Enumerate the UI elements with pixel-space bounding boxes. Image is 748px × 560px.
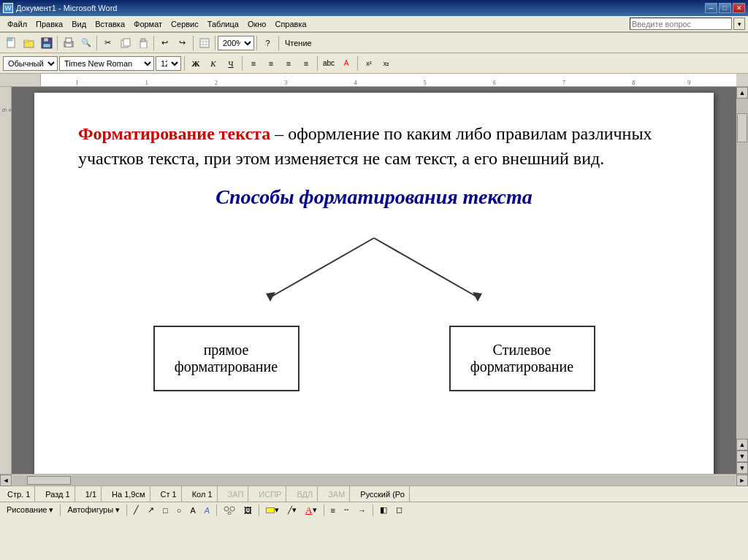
bold-button[interactable]: Ж xyxy=(188,56,204,71)
scroll-page-up-button[interactable]: ▲ xyxy=(736,439,748,450)
svg-point-24 xyxy=(230,507,234,511)
status-pos: На 1,9см xyxy=(107,486,150,502)
redo-button[interactable]: ↪ xyxy=(174,35,191,51)
document-area[interactable]: Форматирование текста – оформление по ка… xyxy=(12,87,736,474)
underline-button[interactable]: Ч xyxy=(223,56,239,71)
diagram: прямое форматирование Стилевое форматиро… xyxy=(78,326,670,391)
arrow-style-button[interactable]: → xyxy=(354,504,370,517)
new-button[interactable] xyxy=(3,35,20,51)
align-right-button[interactable]: ≡ xyxy=(280,56,297,71)
menu-view[interactable]: Вид xyxy=(67,18,91,30)
menu-edit[interactable]: Правка xyxy=(31,18,67,30)
toolbar-separator-1 xyxy=(57,36,58,50)
scroll-right-button[interactable]: ► xyxy=(736,475,748,486)
bold-red-text: Форматирование текста xyxy=(78,124,270,143)
scroll-left-button[interactable]: ◄ xyxy=(0,475,12,486)
line-style-button[interactable]: ≡ xyxy=(327,504,339,517)
hscroll-track[interactable] xyxy=(12,475,736,486)
statusbar: Стр. 1 Разд 1 1/1 На 1,9см Ст 1 Кол 1 ЗА… xyxy=(0,486,748,502)
status-isp: ИСПР xyxy=(254,486,286,502)
draw-sep-1 xyxy=(60,505,61,516)
font-select[interactable]: Times New Roman Arial xyxy=(59,56,154,71)
table-insert-button[interactable] xyxy=(196,35,213,51)
preview-button[interactable]: 🔍 xyxy=(77,35,94,51)
align-center-button[interactable]: ≡ xyxy=(263,56,279,71)
maximize-button[interactable]: □ xyxy=(719,3,731,13)
svg-rect-5 xyxy=(44,38,48,42)
svg-rect-3 xyxy=(24,40,28,42)
style-select[interactable]: Обычный xyxy=(3,56,58,71)
subscript-button[interactable]: x₂ xyxy=(378,56,394,71)
font-color-draw-button[interactable]: A▾ xyxy=(302,504,320,517)
superscript-button[interactable]: x² xyxy=(361,56,377,71)
align-justify-button[interactable]: ≡ xyxy=(298,56,314,71)
scroll-down-button[interactable]: ▼ xyxy=(736,462,748,474)
svg-point-23 xyxy=(224,507,229,511)
status-col: Кол 1 xyxy=(188,486,218,502)
open-button[interactable] xyxy=(20,35,37,51)
scrollbar-vertical: ▲ ▲ ▼ ▼ xyxy=(736,87,748,474)
titlebar: W Документ1 - Microsoft Word ─ □ ✕ xyxy=(0,0,748,16)
draw-sep-5 xyxy=(324,505,324,516)
diagram-tool[interactable] xyxy=(220,504,239,517)
clipart-tool[interactable]: 🖼 xyxy=(240,504,256,517)
hscroll-thumb[interactable] xyxy=(27,476,71,485)
toolbar-separator-6 xyxy=(256,36,257,50)
3d-button[interactable]: ◻ xyxy=(392,504,406,517)
scroll-up-button[interactable]: ▲ xyxy=(736,87,748,99)
arrow-tool[interactable]: ↗ xyxy=(144,504,158,517)
minimize-button[interactable]: ─ xyxy=(705,3,717,13)
copy-button[interactable] xyxy=(117,35,134,51)
status-zam: ЗАМ xyxy=(324,486,350,502)
menu-file[interactable]: Файл xyxy=(3,18,31,30)
menu-window[interactable]: Окно xyxy=(243,18,271,30)
toolbar-separator-7 xyxy=(278,36,279,50)
oval-tool[interactable]: ○ xyxy=(173,504,186,517)
diagram-wrapper: прямое форматирование Стилевое форматиро… xyxy=(78,238,670,391)
titlebar-buttons: ─ □ ✕ xyxy=(705,3,745,13)
cut-button[interactable]: ✂ xyxy=(99,35,116,51)
help-search-input[interactable] xyxy=(630,18,732,30)
subtitle-text: Способы форматирования текста xyxy=(78,185,670,209)
autoshapes-button[interactable]: Автофигуры ▾ xyxy=(64,504,123,517)
dash-style-button[interactable]: ╌ xyxy=(340,504,353,517)
menu-help[interactable]: Справка xyxy=(270,18,310,30)
menu-format[interactable]: Формат xyxy=(129,18,167,30)
save-button[interactable] xyxy=(38,35,55,51)
menu-insert[interactable]: Вставка xyxy=(91,18,129,30)
textbox-tool[interactable]: A xyxy=(186,504,199,517)
print-button[interactable] xyxy=(60,35,77,51)
paste-button[interactable] xyxy=(134,35,151,51)
undo-button[interactable]: ↩ xyxy=(156,35,173,51)
main-area: 3 4 5 6 7 8 9 Форматирование текста – оф… xyxy=(0,87,748,474)
font-size-select[interactable]: 12 14 16 24 28 xyxy=(156,56,181,71)
highlight-button[interactable]: abc xyxy=(321,56,337,71)
drawing-menu-button[interactable]: Рисование ▾ xyxy=(3,504,57,517)
formatting-sep-2 xyxy=(242,56,243,71)
zoom-select[interactable]: 200% 150% 100% xyxy=(218,36,254,50)
wordart-tool[interactable]: A xyxy=(201,504,213,517)
menu-table[interactable]: Таблица xyxy=(203,18,243,30)
line-tool[interactable]: ╱ xyxy=(130,504,142,517)
box-direct: прямое форматирование xyxy=(153,326,299,391)
scroll-page-down-button[interactable]: ▼ xyxy=(736,450,748,462)
scroll-track[interactable] xyxy=(736,99,748,439)
font-color-button[interactable]: A xyxy=(338,56,354,71)
fill-color-button[interactable]: ▾ xyxy=(262,504,283,517)
line-color-button[interactable]: ╱▾ xyxy=(284,504,300,517)
status-line: Ст 1 xyxy=(156,486,182,502)
rect-tool[interactable]: □ xyxy=(159,504,172,517)
menu-service[interactable]: Сервис xyxy=(167,18,203,30)
align-left-button[interactable]: ≡ xyxy=(245,56,262,71)
svg-rect-8 xyxy=(66,38,72,42)
scroll-thumb[interactable] xyxy=(737,113,747,142)
svg-rect-1 xyxy=(7,38,12,41)
reading-mode-button[interactable]: Чтение xyxy=(281,35,316,51)
svg-point-25 xyxy=(228,512,231,515)
italic-button[interactable]: К xyxy=(205,56,221,71)
status-page-of: 1/1 xyxy=(81,486,102,502)
close-button[interactable]: ✕ xyxy=(733,3,745,13)
help-search-button[interactable]: ▾ xyxy=(733,18,745,30)
help-button[interactable]: ? xyxy=(259,35,276,51)
shadow-button[interactable]: ◧ xyxy=(376,504,391,517)
